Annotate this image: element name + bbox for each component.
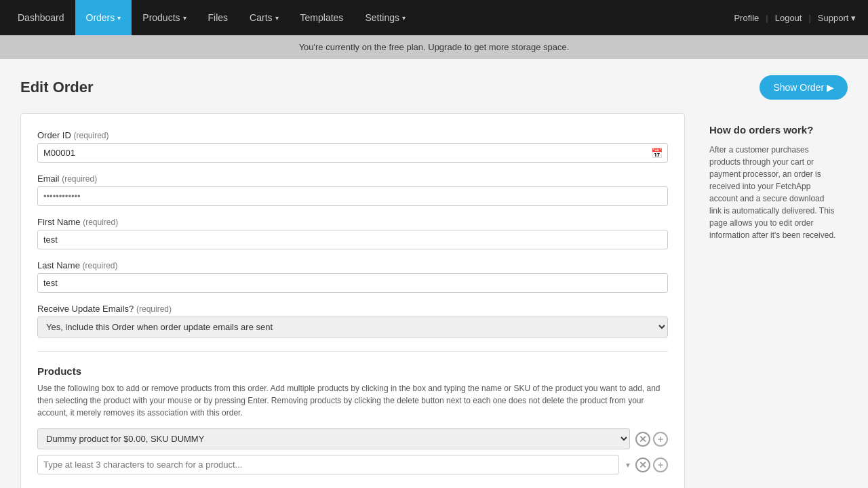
- nav-right: Profile | Logout | Support ▾: [728, 0, 861, 35]
- receive-emails-group: Receive Update Emails? (required) Yes, i…: [37, 304, 668, 338]
- calendar-icon: 📅: [651, 148, 663, 159]
- banner-text: You're currently on the free plan. Upgra…: [299, 42, 570, 52]
- sidebar-help: How do orders work? After a customer pur…: [698, 113, 848, 488]
- last-name-required-tag: (required): [83, 261, 118, 270]
- search-product-row: ▾ ✕ +: [37, 455, 668, 474]
- order-id-input[interactable]: [37, 143, 668, 163]
- page-content: Edit Order Show Order ▶ Order ID (requir…: [0, 59, 868, 488]
- nav-carts-arrow: ▾: [275, 14, 279, 22]
- nav-orders-label: Orders: [86, 12, 115, 23]
- top-navigation: Dashboard Orders ▾ Products ▾ Files Cart…: [0, 0, 868, 35]
- help-box: How do orders work? After a customer pur…: [698, 113, 848, 252]
- add-product-button[interactable]: +: [653, 432, 668, 447]
- order-id-required-tag: (required): [73, 131, 108, 140]
- show-order-button[interactable]: Show Order ▶: [760, 75, 848, 100]
- email-input[interactable]: [37, 186, 668, 206]
- page-title: Edit Order: [20, 79, 94, 96]
- email-required-tag: (required): [62, 174, 97, 184]
- first-name-label: First Name (required): [37, 217, 668, 227]
- first-name-input[interactable]: [37, 230, 668, 249]
- nav-carts-label: Carts: [250, 12, 272, 23]
- email-group: Email (required): [37, 174, 668, 206]
- sep1: |: [766, 13, 768, 23]
- nav-settings-label: Settings: [365, 12, 399, 23]
- nav-settings-arrow: ▾: [402, 14, 406, 22]
- products-description: Use the following box to add or remove p…: [37, 382, 668, 419]
- logout-link[interactable]: Logout: [770, 13, 808, 23]
- sep2: |: [808, 13, 810, 23]
- main-layout: Order ID (required) 📅 Email (required): [20, 113, 848, 488]
- support-dropdown[interactable]: Support ▾: [812, 13, 861, 23]
- products-title: Products: [37, 365, 668, 377]
- receive-emails-required-tag: (required): [136, 304, 172, 314]
- nav-item-files[interactable]: Files: [197, 0, 239, 35]
- search-product-icons: ✕ +: [635, 458, 668, 472]
- help-title: How do orders work?: [709, 124, 837, 136]
- receive-emails-label: Receive Update Emails? (required): [37, 304, 668, 314]
- first-name-required-tag: (required): [83, 218, 118, 227]
- page-header: Edit Order Show Order ▶: [20, 75, 848, 100]
- form-section: Order ID (required) 📅 Email (required): [20, 113, 685, 488]
- remove-search-product-button[interactable]: ✕: [635, 458, 650, 472]
- receive-emails-select[interactable]: Yes, include this Order when order updat…: [37, 317, 668, 338]
- products-section: Products Use the following box to add or…: [37, 365, 668, 474]
- last-name-input[interactable]: [37, 273, 668, 293]
- existing-product-row: Dummy product for $0.00, SKU DUMMY ✕ +: [37, 428, 668, 449]
- product-search-input[interactable]: [37, 455, 619, 474]
- order-id-group: Order ID (required) 📅: [37, 130, 668, 163]
- nav-left: Dashboard Orders ▾ Products ▾ Files Cart…: [7, 0, 416, 35]
- nav-item-products[interactable]: Products ▾: [132, 0, 197, 35]
- upgrade-banner: You're currently on the free plan. Upgra…: [0, 35, 868, 59]
- existing-product-select[interactable]: Dummy product for $0.00, SKU DUMMY: [37, 428, 630, 449]
- nav-item-orders[interactable]: Orders ▾: [75, 0, 132, 35]
- last-name-label: Last Name (required): [37, 260, 668, 270]
- first-name-group: First Name (required): [37, 217, 668, 249]
- add-search-product-button[interactable]: +: [653, 458, 668, 472]
- existing-product-icons: ✕ +: [635, 432, 668, 447]
- nav-item-settings[interactable]: Settings ▾: [354, 0, 416, 35]
- order-id-wrapper: 📅: [37, 143, 668, 163]
- nav-item-carts[interactable]: Carts ▾: [239, 0, 289, 35]
- order-id-label: Order ID (required): [37, 130, 668, 140]
- profile-link[interactable]: Profile: [728, 13, 764, 23]
- nav-item-templates[interactable]: Templates: [290, 0, 355, 35]
- nav-item-dashboard[interactable]: Dashboard: [7, 0, 75, 35]
- help-text: After a customer purchases products thro…: [709, 144, 837, 241]
- nav-orders-arrow: ▾: [117, 14, 121, 22]
- email-label: Email (required): [37, 174, 668, 184]
- nav-products-arrow: ▾: [183, 14, 186, 22]
- nav-products-label: Products: [142, 12, 180, 23]
- divider-1: [37, 351, 668, 352]
- search-dropdown-arrow: ▾: [626, 460, 630, 470]
- remove-product-button[interactable]: ✕: [635, 432, 650, 447]
- last-name-group: Last Name (required): [37, 260, 668, 293]
